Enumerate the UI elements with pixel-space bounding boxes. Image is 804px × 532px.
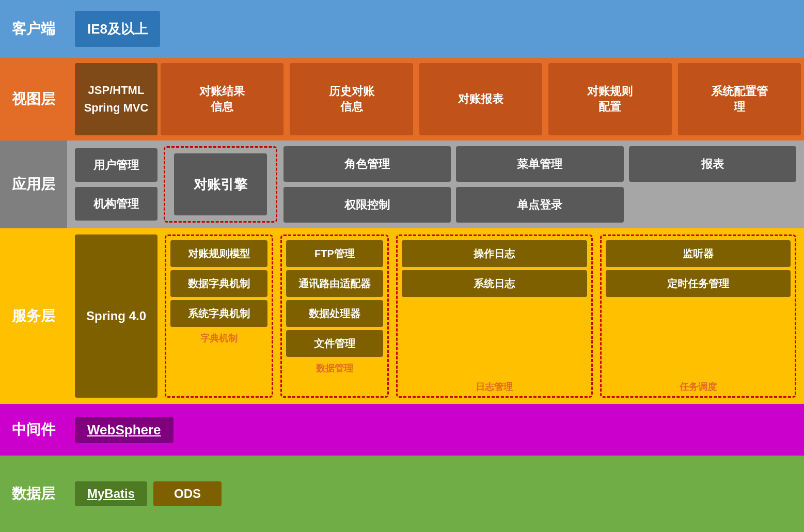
view-module-1: 对账结果信息 bbox=[161, 63, 283, 135]
spring-box: Spring 4.0 bbox=[75, 234, 157, 398]
service-sys-dict: 系统字典机制 bbox=[170, 300, 267, 327]
service-sys-log: 系统日志 bbox=[402, 270, 587, 297]
client-layer: 客户端 IE8及以上 bbox=[0, 0, 804, 58]
service-reconcile-label: 字典机制 bbox=[170, 330, 267, 346]
service-op-log: 操作日志 bbox=[402, 240, 587, 267]
app-reconcile-engine: 对账引擎 bbox=[174, 153, 267, 215]
client-content: IE8及以上 bbox=[67, 0, 804, 58]
service-monitor: 监听器 bbox=[606, 240, 791, 267]
service-log-group: 操作日志 系统日志 日志管理 bbox=[396, 234, 593, 398]
service-file-mgmt: 文件管理 bbox=[286, 330, 383, 357]
app-label: 应用层 bbox=[0, 140, 67, 228]
jsp-html-label: JSP/HTML bbox=[88, 84, 145, 97]
service-ftp-mgmt: FTP管理 bbox=[286, 240, 383, 267]
websphere-box: WebSphere bbox=[75, 417, 174, 443]
service-content: Spring 4.0 对账规则模型 数据字典机制 系统字典机制 字典机制 FTP… bbox=[67, 228, 804, 404]
service-reconcile-group: 对账规则模型 数据字典机制 系统字典机制 字典机制 bbox=[165, 234, 273, 398]
service-task-group: 监听器 定时任务管理 任务调度 bbox=[600, 234, 797, 398]
view-module-5: 系统配置管理 bbox=[678, 63, 801, 135]
view-module-2: 历史对账信息 bbox=[290, 63, 413, 135]
view-content: JSP/HTML Spring MVC 对账结果信息 历史对账信息 对账报表 对… bbox=[67, 58, 804, 140]
view-module-3: 对账报表 bbox=[419, 63, 542, 135]
service-scheduler: 定时任务管理 bbox=[606, 270, 791, 297]
service-log-spacer bbox=[402, 300, 587, 375]
app-user-mgmt: 用户管理 bbox=[75, 148, 157, 182]
service-data-processor: 数据处理器 bbox=[286, 300, 383, 327]
service-comm-router: 通讯路由适配器 bbox=[286, 270, 383, 297]
app-empty-cell bbox=[629, 187, 796, 223]
service-data-group: FTP管理 通讯路由适配器 数据处理器 文件管理 数据管理 bbox=[280, 234, 389, 398]
data-layer: 数据层 MyBatis ODS bbox=[0, 456, 804, 532]
data-content: MyBatis ODS bbox=[67, 456, 804, 532]
spring-mvc-label: Spring MVC bbox=[84, 101, 149, 115]
middleware-content: WebSphere bbox=[67, 404, 804, 456]
service-task-spacer bbox=[606, 300, 791, 375]
view-tech-box: JSP/HTML Spring MVC bbox=[75, 63, 157, 135]
service-data-label: 数据管理 bbox=[286, 360, 383, 375]
app-sso: 单点登录 bbox=[456, 187, 623, 223]
app-permission: 权限控制 bbox=[283, 187, 451, 223]
data-label: 数据层 bbox=[0, 456, 67, 532]
service-label: 服务层 bbox=[0, 228, 67, 404]
service-log-label: 日志管理 bbox=[402, 379, 587, 394]
view-label: 视图层 bbox=[0, 58, 67, 140]
service-reconcile-model: 对账规则模型 bbox=[170, 240, 267, 267]
ods-box: ODS bbox=[153, 481, 222, 506]
mybatis-box: MyBatis bbox=[75, 481, 147, 506]
ie-box: IE8及以上 bbox=[75, 11, 160, 47]
client-label: 客户端 bbox=[0, 0, 67, 58]
app-content: 用户管理 机构管理 对账引擎 角色管理 菜单管理 报表 权限控制 单点登录 bbox=[67, 140, 804, 228]
app-menu-mgmt: 菜单管理 bbox=[456, 146, 623, 182]
middleware-label: 中间件 bbox=[0, 404, 67, 456]
middleware-layer: 中间件 WebSphere bbox=[0, 404, 804, 456]
service-dict-mechanism: 数据字典机制 bbox=[170, 270, 267, 297]
service-task-label: 任务调度 bbox=[606, 379, 791, 394]
view-layer: 视图层 JSP/HTML Spring MVC 对账结果信息 历史对账信息 对账… bbox=[0, 58, 804, 140]
service-layer: 服务层 Spring 4.0 对账规则模型 数据字典机制 系统字典机制 字典机制… bbox=[0, 228, 804, 404]
app-report: 报表 bbox=[629, 146, 796, 182]
app-left-col: 用户管理 机构管理 bbox=[75, 148, 157, 221]
app-layer: 应用层 用户管理 机构管理 对账引擎 角色管理 菜单管理 报表 权限控制 单点登… bbox=[0, 140, 804, 228]
app-org-mgmt: 机构管理 bbox=[75, 187, 157, 221]
app-reconcile-engine-group: 对账引擎 bbox=[164, 146, 277, 223]
view-modules: 对账结果信息 历史对账信息 对账报表 对账规则配置 系统配置管理 bbox=[157, 63, 804, 135]
architecture-diagram: 客户端 IE8及以上 视图层 JSP/HTML Spring MVC 对账结果信… bbox=[0, 0, 804, 532]
view-module-4: 对账规则配置 bbox=[548, 63, 671, 135]
app-right-grid: 角色管理 菜单管理 报表 权限控制 单点登录 bbox=[283, 146, 796, 223]
app-role-mgmt: 角色管理 bbox=[283, 146, 451, 182]
